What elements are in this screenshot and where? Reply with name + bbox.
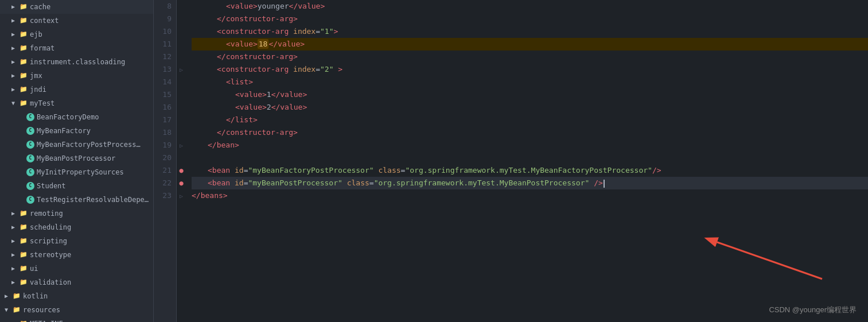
sidebar-item-scripting[interactable]: scripting <box>0 234 153 248</box>
line-num-12: 12 <box>154 51 172 63</box>
g2-23: ▷ <box>177 189 186 202</box>
sidebar-item-scheduling[interactable]: scheduling <box>0 220 153 234</box>
folder-icon <box>20 42 28 54</box>
sidebar-item-label: jmx <box>30 70 42 82</box>
g2-9 <box>177 13 186 25</box>
g2-19: ▷ <box>177 139 186 152</box>
sidebar-item-ui[interactable]: ui <box>0 262 153 276</box>
sidebar-item-label: format <box>30 42 55 54</box>
g2-12 <box>177 51 186 63</box>
sidebar-item-label: MyBeanFactory <box>37 125 91 137</box>
sidebar-item-format[interactable]: format <box>0 41 153 55</box>
folder-icon <box>20 98 28 109</box>
tree-arrow <box>11 318 18 322</box>
tree-arrow <box>11 1 18 13</box>
folder-icon <box>20 1 28 13</box>
g2-22: ● <box>177 177 186 189</box>
folder-icon <box>20 318 28 322</box>
sidebar-item-cache[interactable]: cache <box>0 0 153 14</box>
tree-arrow <box>11 208 18 219</box>
folder-icon <box>13 290 21 302</box>
sidebar-item-ejb[interactable]: ejb <box>0 28 153 41</box>
line-num-14: 14 <box>154 76 172 88</box>
code-line-20 <box>192 152 868 164</box>
code-line-14: <list> <box>192 76 868 88</box>
sidebar-item-mytest[interactable]: myTest <box>0 96 153 110</box>
folder-icon <box>20 70 28 82</box>
sidebar-item-label: validation <box>30 277 71 288</box>
class-icon: C <box>26 113 34 121</box>
sidebar-item-label: scheduling <box>30 222 71 233</box>
sidebar-item-instrument[interactable]: instrument.classloading <box>0 55 153 69</box>
code-line-23: </beans> <box>192 189 868 202</box>
code-line-19: </bean> <box>192 139 868 152</box>
sidebar-item-meta-inf[interactable]: META-INF <box>0 317 153 322</box>
folder-icon <box>20 235 28 247</box>
sidebar-item-jndi[interactable]: jndi <box>0 83 153 96</box>
line-numbers: 8 9 10 11 12 13 14 15 16 17 18 19 20 21 … <box>154 0 177 322</box>
code-line-18: </constructor-arg> <box>192 126 868 139</box>
sidebar-item-myBeanFactoryPost[interactable]: C MyBeanFactoryPostProcess… <box>0 138 153 152</box>
sidebar-item-remoting[interactable]: remoting <box>0 207 153 220</box>
sidebar-item-label: MyBeanPostProcessor <box>37 153 115 164</box>
line-num-8: 8 <box>154 0 172 13</box>
svg-line-1 <box>707 239 822 279</box>
sidebar-item-myBeanPostProcessor[interactable]: C MyBeanPostProcessor <box>0 152 153 165</box>
line-num-15: 15 <box>154 88 172 101</box>
tree-arrow <box>11 263 18 274</box>
code-line-11: <value>18</value> <box>192 38 868 51</box>
folder-icon <box>20 263 28 274</box>
sidebar-item-label: kotlin <box>23 290 48 302</box>
sidebar-item-label: stereotype <box>30 249 71 261</box>
line-num-22: 22 <box>154 177 172 189</box>
sidebar-item-label: context <box>30 15 59 26</box>
line-num-21: 21 <box>154 164 172 177</box>
sidebar-item-myInitProperty[interactable]: C MyInitPropertySources <box>0 165 153 179</box>
code-line-15: <value>1</value> <box>192 88 868 101</box>
sidebar-item-beanfactorydemo[interactable]: C BeanFactoryDemo <box>0 110 153 124</box>
sidebar-item-context[interactable]: context <box>0 14 153 28</box>
folder-icon <box>20 84 28 95</box>
code-line-21: <bean id="myBeanFactoryPostProcessor" cl… <box>192 164 868 177</box>
tree-arrow <box>11 42 18 54</box>
g2-20 <box>177 152 186 164</box>
g2-21: ● <box>177 164 186 177</box>
line-num-18: 18 <box>154 126 172 139</box>
sidebar-item-label: META-INF <box>30 318 63 322</box>
g2-15 <box>177 88 186 101</box>
sidebar-item-jmx[interactable]: jmx <box>0 69 153 83</box>
class-icon: C <box>26 196 34 204</box>
sidebar-item-label: scripting <box>30 235 67 247</box>
sidebar-item-stereotype[interactable]: stereotype <box>0 248 153 262</box>
line-num-9: 9 <box>154 13 172 25</box>
code-line-12: </constructor-arg> <box>192 51 868 63</box>
sidebar-item-kotlin[interactable]: kotlin <box>0 289 153 303</box>
code-editor: 8 9 10 11 12 13 14 15 16 17 18 19 20 21 … <box>154 0 868 322</box>
watermark: CSDN @younger编程世界 <box>769 305 857 315</box>
sidebar-item-label: jndi <box>30 84 46 95</box>
g2-16 <box>177 101 186 114</box>
code-line-17: </list> <box>192 114 868 126</box>
sidebar-item-validation[interactable]: validation <box>0 276 153 289</box>
class-icon: C <box>26 182 34 190</box>
sidebar-item-myBeanFactory[interactable]: C MyBeanFactory <box>0 124 153 138</box>
tree-arrow <box>11 249 18 261</box>
breakpoint-gutter: ▷ ▷ ● ● ▷ <box>177 0 186 322</box>
sidebar-item-label: MyBeanFactoryPostProcess… <box>37 139 141 150</box>
cursor <box>604 180 605 188</box>
sidebar-item-testRegister[interactable]: C TestRegisterResolvableDepe… <box>0 193 153 207</box>
sidebar-item-label: BeanFactoryDemo <box>37 111 99 123</box>
sidebar-item-label: Student <box>37 180 66 192</box>
sidebar-item-resources[interactable]: resources <box>0 303 153 317</box>
g2-18 <box>177 126 186 139</box>
folder-icon <box>20 249 28 261</box>
line-num-17: 17 <box>154 114 172 126</box>
tree-arrow <box>11 84 18 95</box>
tree-arrow <box>5 290 11 302</box>
file-tree: cache context ejb format instrument.clas… <box>0 0 154 322</box>
line-num-23: 23 <box>154 189 172 202</box>
sidebar-item-student[interactable]: C Student <box>0 179 153 193</box>
sidebar-item-label: instrument.classloading <box>30 56 125 68</box>
tree-arrow <box>11 56 18 68</box>
g2-11 <box>177 38 186 51</box>
